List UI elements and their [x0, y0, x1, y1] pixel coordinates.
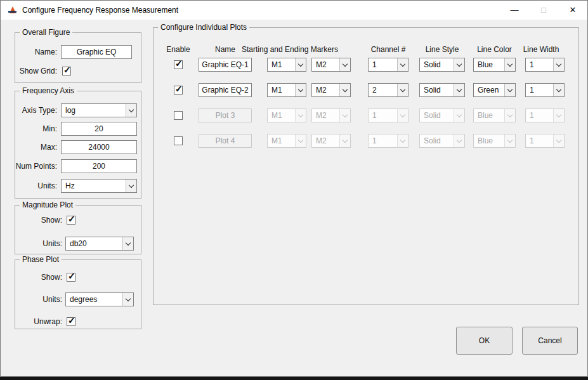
num-points-label: Num Points:: [15, 159, 57, 173]
show-grid-checkbox[interactable]: [62, 67, 71, 75]
chevron-down-icon: [397, 109, 408, 122]
chevron-down-icon: [553, 84, 564, 96]
figure-name-field[interactable]: Graphic EQ: [61, 45, 132, 59]
frequency-axis-panel-title: Frequency Axis: [20, 86, 77, 95]
chevron-down-icon: [504, 58, 515, 71]
line-style-dropdown: Solid: [419, 108, 465, 122]
chevron-down-icon: [339, 84, 350, 96]
individual-plots-panel-title: Configure Individual Plots: [158, 23, 249, 32]
screen-edge: [0, 377, 588, 380]
phase-units-dropdown[interactable]: degrees: [65, 292, 134, 306]
plot-name-field: Plot 3: [199, 108, 252, 122]
chevron-down-icon: [454, 84, 464, 96]
markers-header: Starting and Ending Markers: [233, 44, 347, 55]
plot-name-field: Plot 4: [199, 134, 252, 148]
axis-type-label: Axis Type:: [15, 103, 57, 117]
min-label: Min:: [15, 122, 57, 136]
end-marker-dropdown[interactable]: M2: [311, 58, 351, 72]
line-width-dropdown[interactable]: 1: [525, 58, 565, 72]
window-title: Configure Frequency Response Measurement: [22, 1, 178, 20]
chevron-down-icon: [126, 180, 136, 192]
individual-plots-panel: Configure Individual Plots Enable Name S…: [153, 27, 579, 305]
close-button[interactable]: ✕: [558, 1, 587, 20]
phase-plot-panel-title: Phase Plot: [20, 255, 62, 264]
chevron-down-icon: [122, 293, 133, 306]
title-bar[interactable]: Configure Frequency Response Measurement…: [1, 1, 587, 20]
chevron-down-icon: [397, 84, 408, 96]
line-style-header: Line Style: [419, 44, 465, 55]
chevron-down-icon: [553, 109, 564, 122]
unwrap-label: Unwrap:: [15, 315, 62, 329]
start-marker-dropdown[interactable]: M1: [267, 83, 306, 97]
cancel-button[interactable]: Cancel: [522, 327, 578, 355]
chevron-down-icon: [454, 134, 464, 147]
maximize-button[interactable]: □: [529, 1, 558, 20]
num-points-field[interactable]: 200: [61, 159, 137, 173]
magnitude-plot-panel: Magnitude Plot Show: Units: db20: [15, 205, 141, 254]
plot-enable-checkbox[interactable]: [174, 136, 183, 145]
screen: Configure Frequency Response Measurement…: [0, 0, 588, 380]
line-color-dropdown[interactable]: Blue: [473, 58, 516, 72]
phase-show-checkbox[interactable]: [67, 273, 75, 282]
phase-units-label: Units:: [15, 292, 62, 306]
freq-units-label: Units:: [15, 179, 57, 193]
chevron-down-icon: [504, 134, 515, 147]
chevron-down-icon: [339, 109, 350, 122]
axis-type-dropdown[interactable]: log: [61, 103, 137, 117]
min-field[interactable]: 20: [61, 122, 137, 136]
plot-row: Graphic EQ-2 M1 M2 2 Solid: [154, 83, 578, 97]
end-marker-dropdown: M2: [311, 134, 351, 148]
ok-button[interactable]: OK: [456, 327, 513, 355]
unwrap-checkbox[interactable]: [67, 317, 75, 326]
chevron-down-icon: [339, 58, 350, 71]
magnitude-show-label: Show:: [15, 213, 62, 227]
chevron-down-icon: [295, 134, 306, 147]
minimize-button[interactable]: —: [500, 1, 529, 20]
start-marker-dropdown[interactable]: M1: [267, 58, 306, 72]
max-label: Max:: [15, 140, 57, 154]
plot-enable-checkbox[interactable]: [174, 86, 183, 95]
chevron-down-icon: [295, 84, 306, 96]
chevron-down-icon: [553, 58, 564, 71]
show-grid-label: Show Grid:: [15, 64, 57, 78]
dialog-window: Configure Frequency Response Measurement…: [0, 0, 588, 377]
phase-plot-panel: Phase Plot Show: Units: degrees Unwrap:: [15, 259, 141, 329]
channel-dropdown[interactable]: 1: [368, 58, 408, 72]
line-style-dropdown[interactable]: Solid: [419, 58, 465, 72]
channel-dropdown: 1: [368, 108, 408, 122]
line-width-dropdown: 1: [525, 108, 565, 122]
phase-show-label: Show:: [15, 270, 62, 284]
chevron-down-icon: [126, 104, 136, 117]
max-field[interactable]: 24000: [61, 140, 137, 154]
line-color-dropdown[interactable]: Green: [473, 83, 516, 97]
chevron-down-icon: [122, 237, 133, 250]
start-marker-dropdown: M1: [267, 108, 306, 122]
channel-dropdown[interactable]: 2: [368, 83, 408, 97]
channel-header: Channel #: [368, 44, 408, 55]
channel-dropdown: 1: [368, 134, 408, 148]
line-width-header: Line Width: [521, 44, 561, 55]
plot-row: Plot 3 M1 M2 1 Solid Blue: [154, 108, 578, 122]
enable-header: Enable: [162, 44, 194, 55]
chevron-down-icon: [504, 109, 515, 122]
chevron-down-icon: [553, 134, 564, 147]
magnitude-plot-panel-title: Magnitude Plot: [20, 200, 75, 209]
chevron-down-icon: [397, 58, 408, 71]
chevron-down-icon: [295, 109, 306, 122]
plot-name-field[interactable]: Graphic EQ-2: [199, 83, 252, 97]
chevron-down-icon: [295, 58, 306, 71]
frequency-axis-panel: Frequency Axis Axis Type: log Min: 20 Ma…: [15, 91, 141, 199]
plot-enable-checkbox[interactable]: [174, 60, 183, 69]
name-label: Name:: [15, 45, 57, 59]
line-style-dropdown[interactable]: Solid: [419, 83, 465, 97]
line-width-dropdown[interactable]: 1: [525, 83, 565, 97]
plot-name-field[interactable]: Graphic EQ-1: [199, 58, 252, 72]
plot-enable-checkbox[interactable]: [174, 111, 183, 120]
matlab-app-icon: [8, 5, 18, 15]
freq-units-dropdown[interactable]: Hz: [61, 179, 137, 193]
end-marker-dropdown[interactable]: M2: [311, 83, 351, 97]
magnitude-units-dropdown[interactable]: db20: [65, 237, 134, 251]
magnitude-show-checkbox[interactable]: [67, 216, 75, 225]
chevron-down-icon: [504, 84, 515, 96]
chevron-down-icon: [397, 134, 408, 147]
